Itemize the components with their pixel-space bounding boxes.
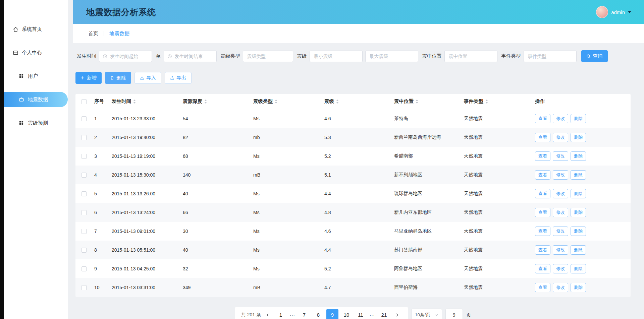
mag-min-field[interactable] xyxy=(310,51,363,62)
delete-button[interactable]: 删除 xyxy=(105,72,131,84)
cell-magnitude: 4.8 xyxy=(321,203,391,222)
row-actions: 查看修改删除 xyxy=(532,166,631,184)
sidebar-item-magnitude-prediction[interactable]: 震级预测 xyxy=(4,115,68,131)
pager-page-9[interactable]: 9 xyxy=(326,309,338,319)
view-button[interactable]: 查看 xyxy=(535,189,550,198)
select-all-checkbox[interactable] xyxy=(82,99,87,104)
delete-row-button[interactable]: 删除 xyxy=(571,133,586,142)
page-jump-input[interactable] xyxy=(445,309,463,319)
row-checkbox[interactable] xyxy=(82,285,87,290)
export-button[interactable]: 导出 xyxy=(165,72,192,84)
import-button[interactable]: 导入 xyxy=(135,72,161,84)
sort-icon[interactable] xyxy=(275,100,277,104)
edit-button[interactable]: 修改 xyxy=(553,114,568,123)
pager-page-7[interactable]: 7 xyxy=(298,309,310,319)
sort-icon[interactable] xyxy=(133,100,136,104)
delete-row-button[interactable]: 删除 xyxy=(571,208,586,217)
view-button[interactable]: 查看 xyxy=(535,133,550,142)
pager-ellipsis[interactable]: ··· xyxy=(368,313,377,318)
delete-row-button[interactable]: 删除 xyxy=(571,151,586,161)
delete-row-button[interactable]: 删除 xyxy=(571,227,586,236)
event-type-input[interactable] xyxy=(527,53,573,59)
delete-row-button[interactable]: 删除 xyxy=(571,283,586,292)
row-checkbox[interactable] xyxy=(82,135,87,140)
edit-button[interactable]: 修改 xyxy=(553,208,568,217)
column-header-event-type[interactable]: 事件类型 xyxy=(461,94,532,109)
cell-depth: 349 xyxy=(179,278,250,297)
edit-button[interactable]: 修改 xyxy=(553,245,568,255)
sort-icon[interactable] xyxy=(204,100,207,104)
time-start-input[interactable] xyxy=(109,53,148,59)
pager-ellipsis[interactable]: ··· xyxy=(288,313,297,318)
page-size-select[interactable]: 10条/页 xyxy=(411,309,442,319)
sidebar-item-home[interactable]: 系统首页 xyxy=(4,21,68,37)
pager-next-button[interactable] xyxy=(392,309,402,319)
edit-button[interactable]: 修改 xyxy=(553,133,568,142)
mag-type-field[interactable] xyxy=(243,51,293,62)
plus-icon xyxy=(80,76,85,80)
pager-page-10[interactable]: 10 xyxy=(340,309,353,319)
row-checkbox[interactable] xyxy=(82,248,87,253)
breadcrumb-home[interactable]: 首页 xyxy=(88,30,98,37)
delete-row-button[interactable]: 删除 xyxy=(571,264,586,273)
edit-button[interactable]: 修改 xyxy=(553,151,568,161)
time-end-field[interactable] xyxy=(164,51,217,62)
pager-prev-button[interactable] xyxy=(263,309,272,319)
row-checkbox[interactable] xyxy=(82,229,87,234)
column-header-location[interactable]: 震中位置 xyxy=(391,94,461,109)
column-header-depth[interactable]: 震源深度 xyxy=(179,94,250,109)
view-button[interactable]: 查看 xyxy=(535,283,550,292)
delete-row-button[interactable]: 删除 xyxy=(571,170,586,180)
avatar[interactable] xyxy=(596,6,608,18)
sidebar-item-users[interactable]: 用户 xyxy=(4,68,68,84)
delete-row-button[interactable]: 删除 xyxy=(571,189,586,198)
row-checkbox[interactable] xyxy=(82,266,87,271)
time-start-field[interactable] xyxy=(99,51,152,62)
view-button[interactable]: 查看 xyxy=(535,114,550,123)
row-checkbox[interactable] xyxy=(82,210,87,215)
breadcrumb-current[interactable]: 地震数据 xyxy=(109,30,129,37)
mag-max-field[interactable] xyxy=(365,51,418,62)
location-field[interactable] xyxy=(444,51,497,62)
row-checkbox[interactable] xyxy=(82,173,87,178)
time-end-input[interactable] xyxy=(174,53,213,59)
event-type-field[interactable] xyxy=(524,51,577,62)
row-checkbox[interactable] xyxy=(82,116,87,121)
user-menu[interactable]: admin xyxy=(596,6,631,18)
pager-page-21[interactable]: 21 xyxy=(378,309,390,319)
edit-button[interactable]: 修改 xyxy=(553,189,568,198)
search-button[interactable]: 查询 xyxy=(581,50,608,62)
column-header-time[interactable]: 发生时间 xyxy=(108,94,179,109)
edit-button[interactable]: 修改 xyxy=(553,170,568,180)
filter-location-label: 震中位置 xyxy=(422,53,442,59)
sort-icon[interactable] xyxy=(336,100,339,104)
mag-max-input[interactable] xyxy=(369,53,415,59)
column-header-magnitude[interactable]: 震级 xyxy=(321,94,391,109)
delete-row-button[interactable]: 删除 xyxy=(571,114,586,123)
table-row: 82015-01-13 05:51:0040Ms4.4苏门答腊南部天然地震查看修… xyxy=(75,241,631,259)
pager-page-11[interactable]: 11 xyxy=(355,309,367,319)
edit-button[interactable]: 修改 xyxy=(553,283,568,292)
mag-type-input[interactable] xyxy=(247,53,289,59)
column-header-mag-type[interactable]: 震级类型 xyxy=(250,94,321,109)
view-button[interactable]: 查看 xyxy=(535,245,550,255)
mag-min-input[interactable] xyxy=(313,53,359,59)
view-button[interactable]: 查看 xyxy=(535,264,550,273)
edit-button[interactable]: 修改 xyxy=(553,227,568,236)
sidebar-item-profile[interactable]: 个人中心 xyxy=(4,45,68,60)
location-input[interactable] xyxy=(448,53,494,59)
view-button[interactable]: 查看 xyxy=(535,227,550,236)
add-button[interactable]: 新增 xyxy=(75,72,102,84)
row-checkbox[interactable] xyxy=(82,191,87,196)
view-button[interactable]: 查看 xyxy=(535,170,550,180)
row-checkbox[interactable] xyxy=(82,154,87,159)
sort-icon[interactable] xyxy=(416,100,418,104)
sidebar-item-earthquake-data[interactable]: 地震数据 xyxy=(4,92,68,107)
pager-page-8[interactable]: 8 xyxy=(312,309,324,319)
delete-row-button[interactable]: 删除 xyxy=(571,245,586,255)
edit-button[interactable]: 修改 xyxy=(553,264,568,273)
view-button[interactable]: 查看 xyxy=(535,151,550,161)
view-button[interactable]: 查看 xyxy=(535,208,550,217)
sort-icon[interactable] xyxy=(485,100,488,104)
pager-page-1[interactable]: 1 xyxy=(275,309,287,319)
